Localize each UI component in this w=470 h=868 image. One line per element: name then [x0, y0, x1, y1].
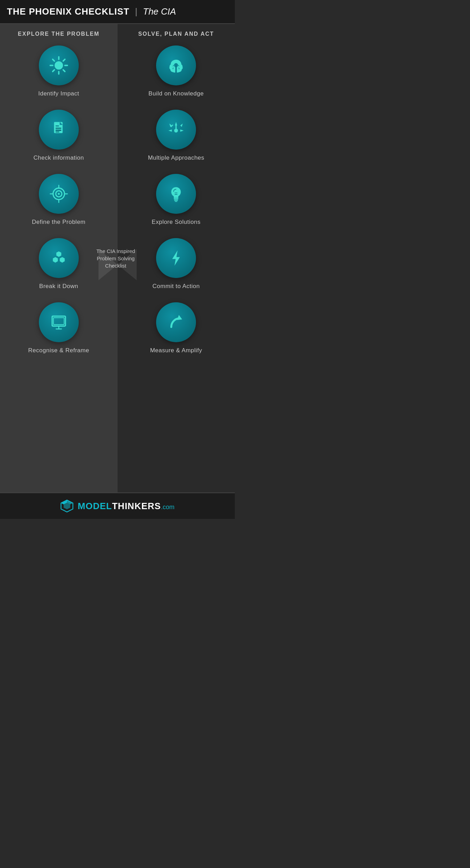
- hexagons-svg: [49, 248, 68, 268]
- svg-rect-15: [55, 128, 61, 128]
- svg-marker-47: [177, 315, 182, 320]
- commit-action-label: Commit to Action: [153, 283, 200, 290]
- list-item: Recognise & Reframe: [3, 302, 114, 354]
- explore-solutions-icon: [156, 174, 196, 214]
- check-info-label: Check information: [33, 154, 84, 161]
- list-item: Check information: [3, 110, 114, 161]
- svg-marker-39: [169, 129, 172, 132]
- svg-line-8: [53, 70, 54, 71]
- define-problem-icon: [39, 174, 79, 214]
- right-column-heading: SOLVE, PLAN AND ACT: [138, 31, 214, 37]
- break-down-label: Break it Down: [39, 283, 78, 290]
- footer-brand-com: .com: [161, 504, 174, 511]
- svg-marker-26: [53, 257, 58, 263]
- svg-marker-27: [60, 257, 65, 263]
- svg-line-7: [63, 59, 65, 61]
- footer-brand-thinkers: THINKERS: [112, 501, 161, 511]
- footer: MODELTHINKERS.com: [0, 492, 235, 519]
- center-overlay: The CIA Inspired Problem Solving Checkli…: [95, 247, 140, 269]
- svg-marker-38: [180, 124, 183, 127]
- arrow-up-svg: [166, 313, 186, 332]
- recognise-reframe-label: Recognise & Reframe: [28, 347, 89, 354]
- header-subtitle: The CIA: [143, 6, 176, 17]
- list-item: Identify Impact: [3, 45, 114, 97]
- header-title: THE PHOENIX CHECKLIST: [7, 6, 129, 17]
- commit-action-icon: [156, 238, 196, 278]
- build-knowledge-icon: [156, 45, 196, 85]
- document-svg: [49, 120, 68, 139]
- list-item: Explore Solutions: [121, 174, 232, 226]
- break-down-icon: [39, 238, 79, 278]
- modelthinkers-logo-icon: [60, 499, 74, 513]
- svg-marker-25: [56, 251, 61, 257]
- svg-point-33: [174, 129, 178, 133]
- svg-marker-40: [180, 129, 184, 132]
- lightning-svg: [166, 248, 186, 268]
- impact-svg: [49, 56, 68, 75]
- explore-solutions-label: Explore Solutions: [152, 219, 200, 226]
- svg-rect-16: [55, 130, 61, 130]
- main-content: EXPLORE THE PROBLEM: [0, 24, 235, 492]
- multiple-approaches-icon: [156, 110, 196, 150]
- svg-point-20: [58, 193, 60, 195]
- recognise-reframe-icon: [39, 302, 79, 342]
- measure-amplify-label: Measure & Amplify: [150, 347, 202, 354]
- arrows-out-svg: [166, 120, 186, 139]
- svg-line-6: [63, 70, 65, 71]
- identify-impact-label: Identify Impact: [38, 90, 79, 97]
- target-svg: [49, 184, 68, 203]
- multiple-approaches-label: Multiple Approaches: [148, 154, 204, 161]
- build-knowledge-label: Build on Knowledge: [148, 90, 204, 97]
- list-item: Measure & Amplify: [121, 302, 232, 354]
- svg-rect-41: [174, 198, 178, 199]
- left-column-heading: EXPLORE THE PROBLEM: [18, 31, 100, 37]
- check-info-icon: [39, 110, 79, 150]
- center-text: The CIA Inspired Problem Solving Checkli…: [96, 248, 135, 269]
- define-problem-label: Define the Problem: [32, 219, 86, 226]
- svg-point-0: [54, 61, 63, 69]
- bulb-svg: [166, 184, 186, 203]
- svg-rect-42: [174, 200, 178, 201]
- svg-rect-17: [55, 132, 59, 132]
- header: THE PHOENIX CHECKLIST | The CIA: [0, 0, 235, 24]
- svg-rect-29: [53, 318, 64, 325]
- svg-rect-43: [175, 201, 178, 202]
- frame-svg: [49, 313, 68, 332]
- header-divider: |: [135, 6, 137, 17]
- list-item: Build on Knowledge: [121, 45, 232, 97]
- list-item: Define the Problem: [3, 174, 114, 226]
- svg-rect-13: [55, 125, 59, 126]
- list-item: Multiple Approaches: [121, 110, 232, 161]
- brain-svg: [166, 56, 186, 75]
- footer-brand: MODELTHINKERS.com: [78, 501, 174, 512]
- footer-brand-model: MODEL: [78, 501, 112, 511]
- svg-rect-35: [176, 125, 177, 129]
- svg-marker-46: [172, 251, 180, 266]
- svg-line-5: [53, 59, 54, 61]
- measure-amplify-icon: [156, 302, 196, 342]
- identify-impact-icon: [39, 45, 79, 85]
